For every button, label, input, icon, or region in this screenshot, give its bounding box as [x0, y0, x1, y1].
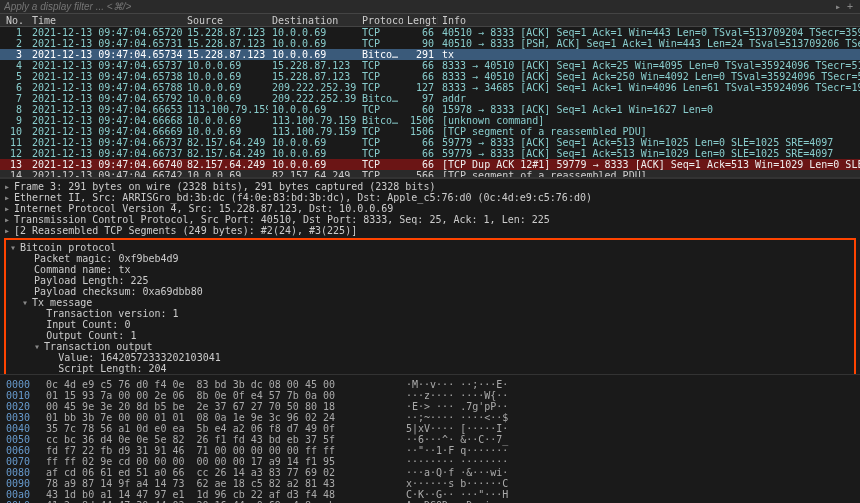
packet-table-header: No. Time Source Destination Protocol Len… — [0, 14, 860, 27]
packet-row[interactable]: 92021-12-13 09:47:04.66668510.0.0.69113.… — [0, 115, 860, 126]
col-header-source[interactable]: Source — [183, 15, 268, 26]
expand-icon[interactable]: ▸ — [4, 225, 14, 236]
col-header-length[interactable]: Length — [403, 15, 438, 26]
highlighted-protocol-box: ▾Bitcoin protocol Packet magic: 0xf9beb4… — [4, 238, 856, 374]
col-header-info[interactable]: Info — [438, 15, 860, 26]
packet-row[interactable]: 22021-12-13 09:47:04.65731215.228.87.123… — [0, 38, 860, 49]
detail-magic: Packet magic: 0xf9beb4d9 — [34, 253, 179, 264]
packet-row[interactable]: 112021-12-13 09:47:04.66737282.157.64.24… — [0, 137, 860, 148]
detail-checksum: Payload checksum: 0xa69dbb80 — [34, 286, 203, 297]
packet-row[interactable]: 122021-12-13 09:47:04.66737782.157.64.24… — [0, 148, 860, 159]
hex-row: 002000 45 9e 3e 20 8d b5 be 2e 37 67 27 … — [6, 401, 854, 412]
hex-row: 003001 bb 3b 7e 00 00 01 01 08 0a 1e 9e … — [6, 412, 854, 423]
detail-txver: Transaction version: 1 — [46, 308, 178, 319]
packet-row[interactable]: 52021-12-13 09:47:04.65738710.0.0.6915.2… — [0, 71, 860, 82]
hex-row: 004035 7c 78 56 a1 0d e0 ea 5b e4 a2 06 … — [6, 423, 854, 434]
hex-row: 0080af cd 06 61 ed 51 a0 66 cc 26 14 a3 … — [6, 467, 854, 478]
detail-ethernet: Ethernet II, Src: ARRISGro_bd:3b:dc (f4:… — [14, 192, 592, 203]
detail-bitcoin: Bitcoin protocol — [20, 242, 116, 253]
collapse-icon[interactable]: ▾ — [34, 341, 44, 352]
filter-bookmark-icon[interactable]: ▸ — [832, 1, 844, 12]
detail-output-count: Output Count: 1 — [46, 330, 136, 341]
detail-value: Value: 16420572333202103041 — [58, 352, 221, 363]
hex-row: 0060fd f7 22 fb d9 31 91 46 71 00 00 00 … — [6, 445, 854, 456]
detail-tcp: Transmission Control Protocol, Src Port:… — [14, 214, 550, 225]
packet-details-pane[interactable]: ▸Frame 3: 291 bytes on wire (2328 bits),… — [0, 179, 860, 374]
hex-row: 00000c 4d e9 c5 76 d0 f4 0e 83 bd 3b dc … — [6, 379, 854, 390]
detail-txout: Transaction output — [44, 341, 152, 352]
packet-row[interactable]: 132021-12-13 09:47:04.66740382.157.64.24… — [0, 159, 860, 170]
detail-frame: Frame 3: 291 bytes on wire (2328 bits), … — [14, 181, 435, 192]
detail-ip: Internet Protocol Version 4, Src: 15.228… — [14, 203, 393, 214]
hex-dump-pane[interactable]: 00000c 4d e9 c5 76 d0 f4 0e 83 bd 3b dc … — [0, 374, 860, 503]
hex-row: 0070ff ff 02 9e cd 00 00 00 00 00 00 17 … — [6, 456, 854, 467]
expand-icon[interactable]: ▸ — [4, 214, 14, 225]
collapse-icon[interactable]: ▾ — [22, 297, 32, 308]
expand-icon[interactable]: ▸ — [4, 203, 14, 214]
detail-txmsg: Tx message — [32, 297, 92, 308]
packet-row[interactable]: 142021-12-13 09:47:04.66742610.0.0.6982.… — [0, 170, 860, 177]
packet-row[interactable]: 62021-12-13 09:47:04.65788210.0.0.69209.… — [0, 82, 860, 93]
col-header-no[interactable]: No. — [0, 15, 28, 26]
hex-row: 009078 a9 87 14 9f a4 14 73 62 ae 18 c5 … — [6, 478, 854, 489]
filter-plus-icon[interactable]: + — [844, 1, 856, 12]
expand-icon[interactable]: ▸ — [4, 192, 14, 203]
packet-row[interactable]: 42021-12-13 09:47:04.65737310.0.0.6915.2… — [0, 60, 860, 71]
collapse-icon[interactable]: ▾ — [10, 242, 20, 253]
detail-reassembled: [2 Reassembled TCP Segments (249 bytes):… — [14, 225, 357, 236]
detail-input-count: Input Count: 0 — [46, 319, 130, 330]
expand-icon[interactable]: ▸ — [4, 181, 14, 192]
hex-row: 0050cc bc 36 d4 0e 0e 5e 82 26 f1 fd 43 … — [6, 434, 854, 445]
col-header-destination[interactable]: Destination — [268, 15, 358, 26]
packet-list[interactable]: 12021-12-13 09:47:04.65720215.228.87.123… — [0, 27, 860, 177]
packet-row[interactable]: 12021-12-13 09:47:04.65720215.228.87.123… — [0, 27, 860, 38]
col-header-time[interactable]: Time — [28, 15, 183, 26]
detail-command: Command name: tx — [34, 264, 130, 275]
packet-row[interactable]: 32021-12-13 09:47:04.65734215.228.87.123… — [0, 49, 860, 60]
packet-row[interactable]: 72021-12-13 09:47:04.65792210.0.0.69209.… — [0, 93, 860, 104]
col-header-protocol[interactable]: Protocol — [358, 15, 403, 26]
packet-row[interactable]: 82021-12-13 09:47:04.666536113.100.79.15… — [0, 104, 860, 115]
detail-script-len: Script Length: 204 — [58, 363, 166, 374]
hex-row: 00a043 1d b0 a1 14 47 97 e1 1d 96 cb 22 … — [6, 489, 854, 500]
display-filter-input[interactable] — [4, 1, 832, 12]
detail-payload-len: Payload Length: 225 — [34, 275, 148, 286]
packet-row[interactable]: 102021-12-13 09:47:04.66669310.0.0.69113… — [0, 126, 860, 137]
hex-row: 001001 15 93 7a 00 00 2e 06 8b 0e 0f e4 … — [6, 390, 854, 401]
